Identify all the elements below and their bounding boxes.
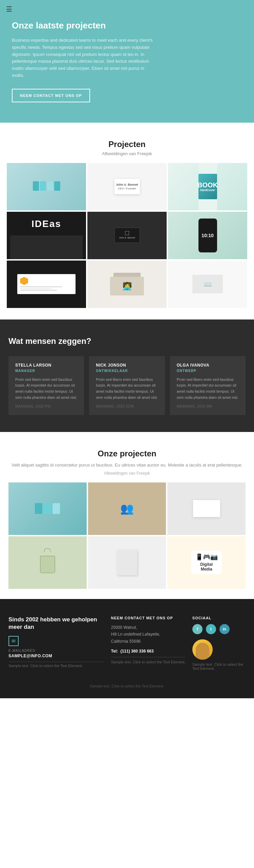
project-cell-bcard2[interactable]: John A. Bennet xyxy=(87,212,167,259)
business-card-white: John A. Bennet CEO / Founder xyxy=(114,179,140,194)
books-stack-2 xyxy=(35,503,60,514)
footer-avatar xyxy=(192,639,213,660)
hero-section: Onze laatste projecten Business expertis… xyxy=(0,0,254,123)
business-card-dark: John A. Bennet xyxy=(114,228,140,243)
p2-cell-digital[interactable]: 📱🎮📷 Digital Media xyxy=(167,536,246,589)
testimonial-role-2: ONTWERP xyxy=(177,369,239,373)
projecten-title: Projecten xyxy=(7,140,247,149)
ideas-text: IDEas xyxy=(7,219,86,229)
design-lines xyxy=(20,286,72,291)
projects-row-3: 👩‍💻 ⌨️ xyxy=(7,261,247,308)
footer-sample-1[interactable]: Sample text. Click to select the Text El… xyxy=(8,664,104,668)
project-cell-phone[interactable]: 10:10 xyxy=(168,212,247,259)
p2-cell-bcard[interactable] xyxy=(167,482,246,535)
footer-contact-title: NEEM CONTACT MET ONS OP xyxy=(111,616,186,620)
instagram-icon[interactable]: in xyxy=(219,624,230,634)
hamburger-menu[interactable]: ☰ xyxy=(6,5,12,13)
paper-shape xyxy=(117,550,137,575)
footer-address: 25000 Walnut,Hill Ln undefined Lafayette… xyxy=(111,624,186,645)
project-cell-laptop[interactable]: ⌨️ xyxy=(168,261,247,308)
testimonial-name-1: NICK JONSON xyxy=(96,363,158,368)
p2-cell-books[interactable] xyxy=(8,482,87,535)
digital-media-card: 📱🎮📷 Digital Media xyxy=(191,551,222,574)
p2-cell-paper[interactable] xyxy=(88,536,166,589)
team-icon: 👥 xyxy=(120,502,134,515)
phone-shape: 10:10 xyxy=(198,219,217,252)
bag-shape xyxy=(40,552,55,573)
footer-sample-3[interactable]: Sample text. Click to select the Text El… xyxy=(192,662,246,670)
bcard-stack-p2 xyxy=(193,500,220,517)
projects2-desc: Velit aliquet sagittis id consectetur pu… xyxy=(8,462,246,469)
testimonials-section: Wat mensen zeggen? STELLA LARSON MANAGER… xyxy=(0,319,254,432)
footer-col-brand: Sinds 2002 hebben we geholpen meer dan ✉… xyxy=(8,616,104,670)
testimonial-text-2: Proin sed libero enim sed faucibus turpi… xyxy=(177,377,239,400)
footer-bottom-sample[interactable]: Sample text. Click to select the Text El… xyxy=(8,684,246,688)
footer-divider-2 xyxy=(111,657,186,657)
projects-row-2: IDEas John A. Bennet xyxy=(7,212,247,259)
email-icon: ✉ xyxy=(8,636,19,646)
project-cell-office[interactable]: 👩‍💻 xyxy=(87,261,167,308)
footer-tel-value: (111) 360 336 663 xyxy=(121,649,154,654)
avatar-person xyxy=(196,643,209,660)
footer-email-label: E-MAILADRES: xyxy=(8,649,104,653)
testimonial-date-0: MAANDAG, 2020 PM xyxy=(15,405,77,408)
laptop-scene: ⌨️ xyxy=(192,275,223,293)
testimonial-name-0: STELLA LARSON xyxy=(15,363,77,368)
testimonial-date-1: MAANDAG, 2020 ZOM xyxy=(96,405,158,408)
book-cover: BOOKHardcover xyxy=(198,174,217,199)
facebook-icon[interactable]: f xyxy=(192,624,203,634)
testimonial-name-2: OLGA IVANOVA xyxy=(177,363,239,368)
projecten-section: Projecten Afbeeldingen van Freepik xyxy=(0,123,254,319)
hero-cta-button[interactable]: NEEM CONTACT MET ONS OP xyxy=(12,89,90,102)
testimonial-role-0: MANAGER xyxy=(15,369,77,373)
footer-col-social: SOCIAAL f t in Sample text. Click to sel… xyxy=(192,616,246,670)
testimonial-card-1: NICK JONSON ONTWIKKELAAR Proin sed liber… xyxy=(89,356,165,415)
project-cell-ideas[interactable]: IDEas xyxy=(7,212,86,259)
projects2-grid: 👥 xyxy=(8,482,246,589)
hero-title: Onze laatste projecten xyxy=(12,20,242,31)
footer-social-title: SOCIAAL xyxy=(192,616,246,620)
social-icons: f t in xyxy=(192,624,246,634)
projects2-section: Onze projecten Velit aliquet sagittis id… xyxy=(0,432,254,599)
footer-grid: Sinds 2002 hebben we geholpen meer dan ✉… xyxy=(8,616,246,670)
project-cell-books[interactable] xyxy=(7,163,86,210)
footer-tel: Tel: (111) 360 336 663 xyxy=(111,649,186,654)
p2-cell-bag[interactable] xyxy=(8,536,87,589)
footer-email-value: SAMPLE@INFO.COM xyxy=(8,654,104,658)
footer-tagline: Sinds 2002 hebben we geholpen meer dan xyxy=(8,616,104,631)
project-cell-bcard1[interactable]: John A. Bennet CEO / Founder xyxy=(87,163,167,210)
projects2-credit: Afbeeldingen van Freepik xyxy=(8,471,246,476)
hexagon-icon xyxy=(20,277,28,285)
testimonial-text-0: Proin sed libero enim sed faucibus turpi… xyxy=(15,377,77,400)
digital-icons: 📱🎮📷 xyxy=(195,553,218,561)
testimonial-role-1: ONTWIKKELAAR xyxy=(96,369,158,373)
projects2-title: Onze projecten xyxy=(8,449,246,458)
projecten-subtitle: Afbeeldingen van Freepik xyxy=(7,151,247,156)
testimonial-card-0: STELLA LARSON MANAGER Proin sed libero e… xyxy=(8,356,84,415)
footer: Sinds 2002 hebben we geholpen meer dan ✉… xyxy=(0,599,254,698)
testimonials-title: Wat mensen zeggen? xyxy=(8,336,246,346)
testimonial-card-2: OLGA IVANOVA ONTWERP Proin sed libero en… xyxy=(170,356,246,415)
project-cell-design[interactable] xyxy=(7,261,86,308)
projects-row-1: John A. Bennet CEO / Founder BOOKHardcov… xyxy=(7,163,247,210)
footer-sample-2[interactable]: Sample text. Click to select the Text El… xyxy=(111,660,186,664)
laptop-shape xyxy=(10,235,83,259)
testimonial-text-1: Proin sed libero enim sed faucibus turpi… xyxy=(96,377,158,400)
twitter-icon[interactable]: t xyxy=(206,624,216,634)
footer-col-contact: NEEM CONTACT MET ONS OP 25000 Walnut,Hil… xyxy=(111,616,186,670)
office-scene: 👩‍💻 xyxy=(110,273,144,295)
hero-body: Business expertise and dedicated teams t… xyxy=(12,37,154,79)
p2-cell-team[interactable]: 👥 xyxy=(88,482,166,535)
testimonials-grid: STELLA LARSON MANAGER Proin sed libero e… xyxy=(8,356,246,415)
project-cell-book2[interactable]: BOOKHardcover xyxy=(168,163,247,210)
footer-divider-1 xyxy=(8,662,104,662)
testimonial-date-2: MAANDAG, 2020 MR xyxy=(177,405,239,408)
design-card xyxy=(17,274,75,294)
footer-tel-label: Tel: xyxy=(111,649,118,654)
